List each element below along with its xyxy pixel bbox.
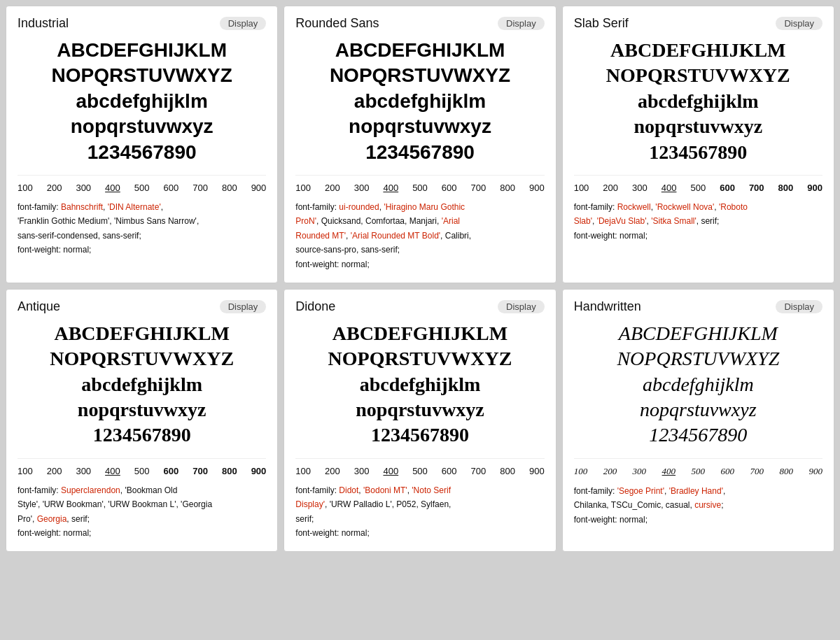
weight-700[interactable]: 700 <box>192 466 208 476</box>
weight-400[interactable]: 400 <box>383 183 398 193</box>
weight-700[interactable]: 700 <box>471 183 486 193</box>
weight-700[interactable]: 700 <box>750 466 764 477</box>
card-header: Rounded SansDisplay <box>295 16 544 31</box>
weight-200[interactable]: 200 <box>603 183 618 193</box>
display-badge[interactable]: Display <box>220 300 267 313</box>
font-info: font-family: Superclarendon, 'Bookman Ol… <box>18 483 266 541</box>
alphabet-preview: ABCDEFGHIJKLMNOPQRSTUVWXYZabcdefghijklmn… <box>18 38 266 165</box>
card-antique: AntiqueDisplayABCDEFGHIJKLMNOPQRSTUVWXYZ… <box>6 289 278 553</box>
weight-500[interactable]: 500 <box>134 183 150 193</box>
card-industrial: IndustrialDisplayABCDEFGHIJKLMNOPQRSTUVW… <box>6 6 278 283</box>
weight-300[interactable]: 300 <box>632 183 648 193</box>
weight-800[interactable]: 800 <box>778 183 794 193</box>
weight-300[interactable]: 300 <box>633 466 647 477</box>
weight-200[interactable]: 200 <box>325 466 340 476</box>
card-header: DidoneDisplay <box>295 299 544 314</box>
weight-100[interactable]: 100 <box>18 183 33 193</box>
weights-row: 100200300400500600700800900 <box>574 458 822 477</box>
weight-400[interactable]: 400 <box>105 466 120 476</box>
weight-500[interactable]: 500 <box>690 183 706 193</box>
weight-400[interactable]: 400 <box>105 183 120 193</box>
alphabet-preview: ABCDEFGHIJKLMNOPQRSTUVWXYZabcdefghijklmn… <box>295 38 544 165</box>
weight-300[interactable]: 300 <box>354 466 370 476</box>
weight-800[interactable]: 800 <box>222 183 237 193</box>
display-badge[interactable]: Display <box>498 300 545 313</box>
weight-200[interactable]: 200 <box>325 183 340 193</box>
weight-100[interactable]: 100 <box>574 466 588 477</box>
weight-100[interactable]: 100 <box>295 183 311 193</box>
font-info: font-family: ui-rounded, 'Hiragino Maru … <box>295 200 544 271</box>
card-title: Handwritten <box>574 299 641 314</box>
weights-row: 100200300400500600700800900 <box>295 458 544 476</box>
weights-row: 100200300400500600700800900 <box>18 175 266 193</box>
card-header: HandwrittenDisplay <box>574 299 822 314</box>
card-title: Rounded Sans <box>295 16 379 31</box>
card-slab: Slab SerifDisplayABCDEFGHIJKLMNOPQRSTUVW… <box>562 6 834 283</box>
weight-500[interactable]: 500 <box>412 183 428 193</box>
weights-row: 100200300400500600700800900 <box>295 175 544 193</box>
weight-800[interactable]: 800 <box>500 466 515 476</box>
weight-300[interactable]: 300 <box>76 183 91 193</box>
font-grid: IndustrialDisplayABCDEFGHIJKLMNOPQRSTUVW… <box>6 6 834 552</box>
weight-100[interactable]: 100 <box>295 466 311 476</box>
alphabet-preview: ABCDEFGHIJKLMNOPQRSTUVWXYZabcdefghijklmn… <box>574 321 822 448</box>
weight-200[interactable]: 200 <box>47 466 62 476</box>
weight-200[interactable]: 200 <box>603 466 617 477</box>
card-header: Slab SerifDisplay <box>574 16 822 31</box>
display-badge[interactable]: Display <box>776 17 822 30</box>
card-header: AntiqueDisplay <box>18 299 266 314</box>
font-info: font-family: Bahnschrift, 'DIN Alternate… <box>18 200 266 257</box>
font-info: font-family: Rockwell, 'Rockwell Nova', … <box>574 200 822 243</box>
card-rounded: Rounded SansDisplayABCDEFGHIJKLMNOPQRSTU… <box>284 6 556 283</box>
weight-600[interactable]: 600 <box>720 183 735 193</box>
font-info: font-family: Didot, 'Bodoni MT', 'Noto S… <box>295 483 544 541</box>
weight-400[interactable]: 400 <box>662 466 676 477</box>
weights-row: 100200300400500600700800900 <box>18 458 266 476</box>
alphabet-preview: ABCDEFGHIJKLMNOPQRSTUVWXYZabcdefghijklmn… <box>295 321 544 448</box>
weight-700[interactable]: 700 <box>471 466 486 476</box>
weight-800[interactable]: 800 <box>779 466 793 477</box>
weight-600[interactable]: 600 <box>164 183 179 193</box>
weight-100[interactable]: 100 <box>18 466 33 476</box>
weight-600[interactable]: 600 <box>442 183 457 193</box>
weight-600[interactable]: 600 <box>721 466 735 477</box>
weight-300[interactable]: 300 <box>354 183 370 193</box>
weight-900[interactable]: 900 <box>808 466 822 477</box>
weight-800[interactable]: 800 <box>222 466 237 476</box>
weight-700[interactable]: 700 <box>192 183 208 193</box>
weight-600[interactable]: 600 <box>164 466 179 476</box>
alphabet-preview: ABCDEFGHIJKLMNOPQRSTUVWXYZabcdefghijklmn… <box>574 38 822 165</box>
weights-row: 100200300400500600700800900 <box>574 175 822 193</box>
weight-900[interactable]: 900 <box>251 466 267 476</box>
card-title: Industrial <box>18 16 69 31</box>
alphabet-preview: ABCDEFGHIJKLMNOPQRSTUVWXYZabcdefghijklmn… <box>18 321 266 448</box>
card-title: Slab Serif <box>574 16 629 31</box>
weight-900[interactable]: 900 <box>807 183 822 193</box>
weight-100[interactable]: 100 <box>574 183 589 193</box>
weight-600[interactable]: 600 <box>442 466 457 476</box>
weight-400[interactable]: 400 <box>662 183 677 193</box>
weight-500[interactable]: 500 <box>412 466 428 476</box>
card-title: Didone <box>295 299 335 314</box>
display-badge[interactable]: Display <box>498 17 545 30</box>
card-header: IndustrialDisplay <box>18 16 266 31</box>
weight-400[interactable]: 400 <box>383 466 398 476</box>
card-handwritten: HandwrittenDisplayABCDEFGHIJKLMNOPQRSTUV… <box>562 289 834 553</box>
weight-500[interactable]: 500 <box>134 466 150 476</box>
weight-900[interactable]: 900 <box>529 466 545 476</box>
weight-500[interactable]: 500 <box>692 466 706 477</box>
weight-900[interactable]: 900 <box>529 183 545 193</box>
weight-800[interactable]: 800 <box>500 183 515 193</box>
display-badge[interactable]: Display <box>776 300 822 313</box>
weight-300[interactable]: 300 <box>76 466 91 476</box>
card-title: Antique <box>18 299 60 314</box>
font-info: font-family: 'Segoe Print', 'Bradley Han… <box>574 484 822 527</box>
weight-900[interactable]: 900 <box>251 183 267 193</box>
display-badge[interactable]: Display <box>220 17 267 30</box>
weight-700[interactable]: 700 <box>749 183 764 193</box>
weight-200[interactable]: 200 <box>47 183 62 193</box>
card-didone: DidoneDisplayABCDEFGHIJKLMNOPQRSTUVWXYZa… <box>284 289 556 553</box>
